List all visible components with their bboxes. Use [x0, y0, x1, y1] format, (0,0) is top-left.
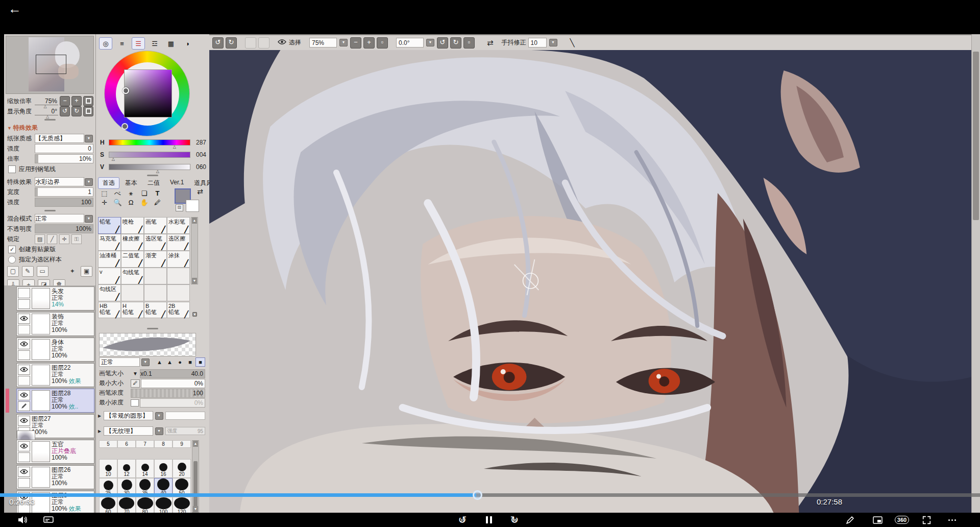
angle-reset-button[interactable] — [83, 106, 93, 116]
brush-tip-shape-3[interactable]: ● — [175, 357, 185, 367]
layer-item[interactable]: 身体正常100% — [16, 338, 94, 362]
brush-shape-extra-box[interactable] — [165, 412, 205, 420]
clipping-mask-checkbox[interactable]: ✓ — [8, 246, 16, 253]
brush-size-9[interactable]: 9 — [173, 440, 191, 448]
layer-item[interactable]: 图层26正常100% — [16, 465, 94, 489]
brush-grid-scrollbar[interactable]: ▲ ▼ — [191, 217, 198, 284]
brush-马克笔[interactable]: 马克笔╱ — [98, 234, 121, 251]
layer-effect-icon[interactable]: ✦ — [67, 267, 78, 276]
transparent-color-toggle[interactable]: ▨ — [176, 204, 183, 211]
forward-30-icon[interactable]: ↻30 — [508, 514, 521, 526]
brush-tip-shape-5[interactable]: ■ — [195, 357, 205, 367]
lock-paint-icon[interactable]: ╱ — [47, 234, 57, 244]
brush-勾线笔[interactable]: 勾线笔╱ — [121, 268, 144, 284]
brush-tip-shape-1[interactable]: ▲ — [155, 357, 164, 367]
canvas-zoom-dropdown-arrow[interactable]: ▼ — [339, 39, 348, 46]
layer-extra-slot[interactable] — [18, 452, 30, 463]
layer-thumbnail[interactable] — [32, 288, 50, 309]
layer-thumbnail[interactable] — [32, 390, 50, 411]
brush-油漆桶[interactable]: 油漆桶╱ — [98, 251, 121, 268]
tab-首选[interactable]: 首选 — [98, 177, 119, 189]
canvas-zoom-reset-button[interactable]: ▫ — [377, 37, 388, 49]
brush-喷枪[interactable]: 喷枪╱ — [121, 217, 144, 234]
zoom-out-button[interactable]: − — [60, 96, 70, 106]
text-tool[interactable]: T — [151, 189, 164, 198]
brush-texture-dropdown-arrow[interactable]: ▼ — [155, 427, 163, 435]
value-slider-marker[interactable]: △ — [156, 170, 159, 174]
brush-tip-shape-4[interactable]: ■ — [185, 357, 195, 367]
min-density-slider[interactable]: 0% — [140, 398, 205, 408]
brush-二值笔[interactable]: 二值笔╱ — [121, 251, 144, 268]
canvas-zoom-in-button[interactable]: + — [363, 37, 375, 49]
angle-slider[interactable]: 0°△ — [35, 108, 58, 115]
sv-marker[interactable] — [122, 87, 129, 94]
canvas-zoom-box[interactable]: 75% — [309, 38, 337, 47]
scratchpad-icon[interactable]: ◑ — [181, 37, 194, 50]
color-bars-icon[interactable]: ≡ — [115, 37, 129, 50]
layer-extra-slot[interactable] — [18, 376, 30, 386]
canvas-rotate-ccw-button[interactable]: ↺ — [437, 37, 448, 49]
pencil-variant-B[interactable]: B铅笔╱ — [144, 302, 167, 318]
zoom-tool[interactable]: 🔍 — [111, 198, 124, 207]
subtitle-icon[interactable] — [42, 514, 55, 526]
saturation-slider-marker[interactable]: △ — [112, 157, 115, 161]
layer-thumbnail[interactable] — [32, 365, 50, 386]
pencil-variant-dropdown-arrow[interactable]: ▼ — [192, 312, 197, 317]
hue-slider-marker[interactable]: △ — [173, 145, 176, 149]
paper-texture-dropdown-arrow[interactable]: ▼ — [85, 135, 93, 142]
layer-item[interactable]: 图层28正常100%效.. — [16, 389, 94, 413]
stabilizer-box[interactable]: 10 — [528, 38, 547, 47]
brush-size-20[interactable]: 20 — [173, 459, 191, 478]
brush-size-12[interactable]: 12 — [117, 459, 136, 478]
expand-arrow-icon[interactable]: ▶ — [98, 414, 102, 418]
brush-水彩笔[interactable]: 水彩笔╱ — [167, 217, 190, 234]
rgb-sliders-icon[interactable]: ☰ — [132, 37, 145, 50]
scrollbar-thumb[interactable] — [193, 461, 198, 507]
move-tool[interactable]: ✛ — [98, 198, 111, 207]
canvas-zoom-out-button[interactable]: − — [350, 37, 361, 49]
saturation-value-square[interactable] — [124, 69, 172, 117]
layer-thumbnail[interactable] — [32, 441, 50, 462]
pencil-variant-2B[interactable]: 2B铅笔╱ — [167, 302, 190, 318]
scrollbar-thumb[interactable] — [973, 52, 979, 220]
brush-渐变[interactable]: 渐变╱ — [144, 251, 167, 268]
saturation-slider[interactable]: △ — [109, 152, 190, 158]
color-wheel-icon[interactable]: ◎ — [99, 37, 112, 50]
selection-sample-radio[interactable] — [8, 256, 16, 264]
clipping-mask-row[interactable]: ✓ 创建剪贴蒙版 — [4, 244, 95, 254]
layer-visibility-toggle[interactable] — [18, 390, 30, 400]
brush-选区笔[interactable]: 选区笔╱ — [144, 234, 167, 251]
expand-arrow-icon[interactable]: ▶ — [98, 429, 102, 434]
video-360-badge[interactable]: 360 — [893, 514, 911, 526]
layer-thumbnail[interactable] — [32, 467, 50, 488]
new-linework-layer-icon[interactable]: ✎ — [22, 266, 34, 277]
brush-blend-dropdown[interactable]: 正常 — [99, 357, 140, 367]
back-arrow-icon[interactable]: ← — [8, 1, 21, 16]
layer-visibility-toggle[interactable] — [18, 441, 30, 451]
selection-visibility-icon[interactable] — [278, 39, 287, 46]
navigator-viewport-rect[interactable] — [36, 55, 66, 74]
texture-ratio-slider[interactable]: 10% — [35, 154, 93, 163]
marquee-select-tool[interactable]: ⬚ — [98, 189, 111, 198]
video-progress-bar[interactable] — [0, 493, 980, 497]
redo-button[interactable]: ↻ — [226, 37, 237, 49]
hand-tool[interactable]: ✋ — [138, 198, 151, 207]
lock-transparency-icon[interactable]: ▨ — [35, 234, 45, 244]
scroll-down-icon[interactable]: ▼ — [193, 506, 198, 512]
rotate-cw-button[interactable]: ↻ — [71, 106, 82, 116]
value-slider[interactable]: △ — [109, 164, 190, 170]
layer-extra-slot[interactable] — [18, 299, 30, 309]
layer-extra-slot[interactable] — [18, 325, 30, 335]
magic-wand-tool[interactable]: ⚹ — [125, 189, 137, 198]
brush-blend-dropdown-arrow[interactable]: ▼ — [141, 358, 150, 366]
brush-画笔[interactable]: 画笔╱ — [144, 217, 167, 234]
brush-size-unit-dropdown[interactable]: ▼ — [131, 371, 140, 376]
brush-v[interactable]: v╱ — [98, 268, 121, 284]
rotate-view-tool[interactable]: Ω — [125, 198, 137, 207]
brush-size-14[interactable]: 14 — [136, 459, 154, 478]
fullscreen-icon[interactable] — [920, 514, 933, 526]
layer-item[interactable]: 头发正常14% — [16, 286, 94, 310]
lock-move-icon[interactable]: ✛ — [59, 234, 69, 244]
layer-visibility-toggle[interactable] — [18, 416, 30, 426]
brush-size-16[interactable]: 16 — [154, 459, 173, 478]
